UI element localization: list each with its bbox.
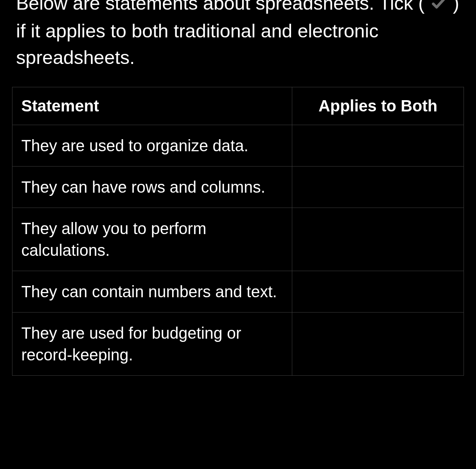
table-header-row: Statement Applies to Both bbox=[12, 87, 464, 125]
statement-cell: They can have rows and columns. bbox=[12, 167, 292, 208]
applies-cell[interactable] bbox=[292, 167, 464, 208]
statements-table: Statement Applies to Both They are used … bbox=[12, 87, 464, 376]
applies-cell[interactable] bbox=[292, 208, 464, 271]
table-row: They can contain numbers and text. bbox=[12, 271, 464, 313]
header-applies: Applies to Both bbox=[292, 87, 464, 125]
applies-cell[interactable] bbox=[292, 313, 464, 376]
applies-cell[interactable] bbox=[292, 125, 464, 167]
table-row: They can have rows and columns. bbox=[12, 167, 464, 208]
table-row: They are used for budgeting or record-ke… bbox=[12, 313, 464, 376]
table-row: They are used to organize data. bbox=[12, 125, 464, 167]
applies-cell[interactable] bbox=[292, 271, 464, 313]
instruction-text-before: Below are statements about spreadsheets.… bbox=[16, 0, 425, 14]
statement-cell: They can contain numbers and text. bbox=[12, 271, 292, 313]
instruction-text: Below are statements about spreadsheets.… bbox=[12, 0, 464, 71]
statement-cell: They are used to organize data. bbox=[12, 125, 292, 167]
header-statement: Statement bbox=[12, 87, 292, 125]
statement-cell: They are used for budgeting or record-ke… bbox=[12, 313, 292, 376]
statement-cell: They allow you to perform calculations. bbox=[12, 208, 292, 271]
check-icon bbox=[431, 0, 447, 18]
table-row: They allow you to perform calculations. bbox=[12, 208, 464, 271]
